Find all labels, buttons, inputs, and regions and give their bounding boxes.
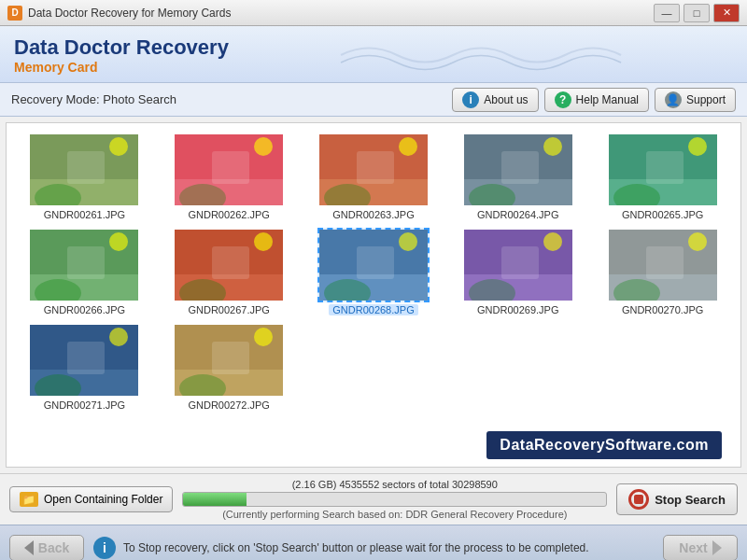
image-filename: GNDR00263.JPG — [332, 209, 414, 220]
image-item[interactable]: GNDR00266.JPG — [16, 228, 153, 315]
svg-rect-19 — [501, 151, 539, 184]
progress-bar-fill — [183, 493, 247, 506]
svg-point-52 — [109, 328, 128, 346]
image-thumbnail — [173, 228, 285, 302]
image-item[interactable]: GNDR00262.JPG — [161, 133, 298, 220]
support-icon: 👤 — [665, 91, 682, 108]
progress-text: (2.16 GB) 4535552 sectors of total 30298… — [182, 479, 607, 490]
progress-area: (2.16 GB) 4535552 sectors of total 30298… — [182, 479, 607, 520]
image-filename: GNDR00271.JPG — [44, 399, 125, 411]
nav-info: i To Stop recovery, click on 'Stop Searc… — [93, 537, 654, 559]
svg-point-12 — [399, 137, 417, 156]
nav-info-icon: i — [93, 537, 116, 559]
stop-search-button[interactable]: Stop Search — [616, 483, 738, 515]
image-thumbnail — [317, 133, 430, 207]
image-thumbnail — [173, 323, 285, 398]
svg-point-47 — [688, 232, 707, 251]
svg-point-37 — [399, 232, 417, 251]
progress-bar-container — [182, 492, 607, 507]
svg-rect-24 — [646, 151, 684, 184]
image-filename: GNDR00264.JPG — [477, 209, 558, 220]
app-title-main: Data Doctor Recovery — [14, 35, 229, 60]
svg-rect-39 — [357, 246, 394, 279]
image-thumbnail — [607, 133, 719, 207]
image-filename: GNDR00266.JPG — [44, 304, 125, 315]
help-button[interactable]: ? Help Manual — [544, 88, 649, 112]
svg-rect-34 — [212, 246, 249, 279]
about-button[interactable]: i About us — [452, 88, 538, 112]
image-grid: GNDR00261.JPG GNDR00262.JPG GNDR00263.JP… — [16, 133, 731, 411]
support-button[interactable]: 👤 Support — [655, 88, 736, 112]
image-item[interactable]: GNDR00272.JPG — [161, 323, 298, 411]
image-filename: GNDR00265.JPG — [622, 209, 703, 220]
svg-rect-14 — [357, 151, 394, 184]
svg-point-27 — [109, 232, 128, 251]
back-arrow-icon — [24, 540, 34, 555]
progress-sub-text: (Currently performing Search based on: D… — [182, 509, 607, 520]
svg-rect-59 — [212, 342, 249, 374]
nav-bar: Back i To Stop recovery, click on 'Stop … — [0, 525, 747, 560]
image-item[interactable]: GNDR00269.JPG — [449, 228, 586, 315]
image-thumbnail — [173, 133, 285, 207]
image-filename: GNDR00269.JPG — [477, 304, 558, 315]
image-item[interactable]: GNDR00268.JPG — [305, 228, 443, 315]
stop-search-label: Stop Search — [655, 493, 726, 507]
image-item[interactable]: GNDR00270.JPG — [594, 228, 731, 315]
svg-point-7 — [254, 137, 273, 156]
image-filename: GNDR00261.JPG — [44, 209, 125, 220]
stop-icon — [628, 489, 649, 510]
app-title-block: Data Doctor Recovery Memory Card — [14, 35, 229, 75]
image-item[interactable]: GNDR00271.JPG — [16, 323, 153, 411]
nav-info-text: To Stop recovery, click on 'Stop Search'… — [123, 541, 589, 554]
image-thumbnail — [607, 228, 719, 302]
svg-point-57 — [254, 328, 273, 346]
window-controls: — □ ✕ — [654, 4, 740, 22]
help-button-label: Help Manual — [576, 93, 639, 106]
svg-point-42 — [543, 232, 562, 251]
about-button-label: About us — [484, 93, 528, 106]
image-filename: GNDR00268.JPG — [329, 304, 417, 315]
image-gallery: GNDR00261.JPG GNDR00262.JPG GNDR00263.JP… — [6, 122, 741, 468]
window-title: Data Doctor Recovery for Memory Cards — [28, 7, 654, 20]
toolbar-row: Recovery Mode: Photo Search i About us ?… — [0, 83, 747, 117]
toolbar-buttons: i About us ? Help Manual 👤 Support — [452, 88, 736, 112]
image-thumbnail — [28, 133, 140, 207]
svg-rect-49 — [646, 246, 684, 279]
image-thumbnail — [317, 228, 430, 302]
image-thumbnail — [28, 228, 140, 302]
svg-point-32 — [254, 232, 273, 251]
image-item[interactable]: GNDR00265.JPG — [594, 133, 731, 220]
support-button-label: Support — [686, 93, 726, 106]
close-button[interactable]: ✕ — [713, 4, 740, 22]
image-filename: GNDR00270.JPG — [622, 304, 703, 315]
svg-rect-29 — [67, 246, 105, 279]
app-header: Data Doctor Recovery Memory Card — [0, 26, 747, 83]
svg-rect-54 — [67, 342, 105, 374]
svg-point-17 — [543, 137, 562, 156]
next-button-label: Next — [679, 540, 707, 555]
image-item[interactable]: GNDR00267.JPG — [161, 228, 298, 315]
maximize-button[interactable]: □ — [684, 4, 710, 22]
svg-rect-44 — [501, 246, 539, 279]
stop-icon-inner — [634, 495, 643, 504]
svg-rect-9 — [212, 151, 249, 184]
open-folder-label: Open Containing Folder — [44, 493, 162, 506]
minimize-button[interactable]: — — [654, 4, 680, 22]
app-icon: D — [7, 6, 22, 21]
app-title-sub: Memory Card — [14, 60, 229, 75]
open-folder-button[interactable]: 📁 Open Containing Folder — [9, 486, 173, 512]
image-item[interactable]: GNDR00261.JPG — [16, 133, 153, 220]
image-thumbnail — [28, 323, 140, 398]
title-bar: D Data Doctor Recovery for Memory Cards … — [0, 0, 747, 26]
next-button[interactable]: Next — [663, 535, 738, 561]
svg-rect-4 — [67, 151, 105, 184]
image-filename: GNDR00262.JPG — [188, 209, 269, 220]
image-filename: GNDR00272.JPG — [188, 399, 269, 411]
image-item[interactable]: GNDR00264.JPG — [449, 133, 586, 220]
image-item[interactable]: GNDR00263.JPG — [305, 133, 443, 220]
svg-point-2 — [109, 137, 128, 156]
header-decoration — [247, 36, 714, 74]
image-thumbnail — [462, 133, 574, 207]
back-button[interactable]: Back — [9, 535, 84, 561]
svg-point-22 — [688, 137, 707, 156]
